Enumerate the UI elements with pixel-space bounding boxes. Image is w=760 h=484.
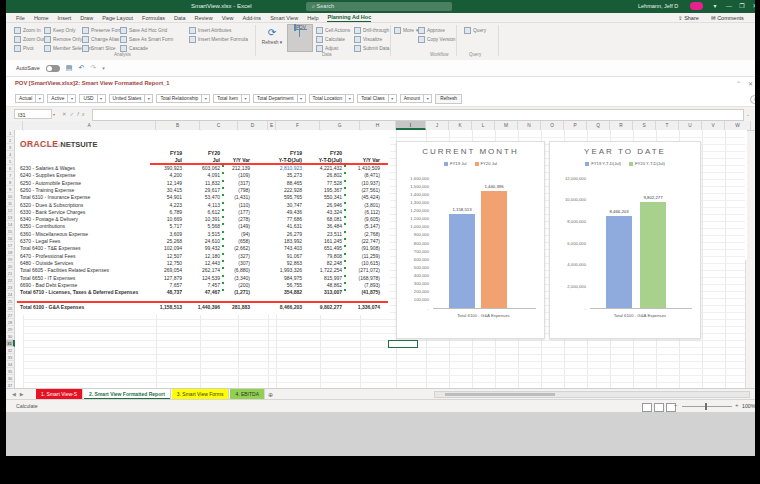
ribbon-tab-review[interactable]: Review: [195, 15, 213, 21]
row-header-24[interactable]: 24: [6, 291, 15, 298]
row-header-34[interactable]: 34: [6, 361, 15, 368]
pov-dimension-value[interactable]: Total Relationship: [156, 94, 202, 103]
name-box-arrow-icon[interactable]: ▾: [53, 112, 55, 117]
selected-cell[interactable]: [388, 340, 418, 348]
pov-dimension-usd[interactable]: USD▾: [79, 94, 105, 103]
row-header-32[interactable]: 32: [6, 347, 15, 354]
pov-dimension-amount[interactable]: Amount▾: [400, 94, 433, 103]
column-header-d[interactable]: D: [238, 121, 268, 130]
restore-icon[interactable]: ❐: [737, 2, 747, 11]
normal-view-icon[interactable]: [642, 403, 652, 412]
ribbon-tab-draw[interactable]: Draw: [80, 15, 93, 21]
column-header-e[interactable]: E: [268, 121, 276, 130]
ribbon-button-query[interactable]: Query: [464, 26, 486, 34]
save-icon[interactable]: ▤: [66, 64, 73, 72]
pov-button[interactable]: POV: [287, 24, 313, 52]
chart-current-month[interactable]: CURRENT MONTHFY19 JulFY20 Jul1,600,0001,…: [396, 141, 545, 339]
vertical-scrollbar[interactable]: ▲ ▼: [745, 260, 747, 388]
pov-dimension-value[interactable]: Total Department: [253, 94, 298, 103]
ribbon-button-visualize[interactable]: Visualize: [354, 35, 382, 43]
column-header-t[interactable]: T: [656, 121, 679, 130]
worksheet-grid[interactable]: 1234567891011121314151617181920212223242…: [6, 130, 747, 388]
share-button[interactable]: ⇪ Share: [678, 15, 699, 21]
page-layout-view-icon[interactable]: [654, 403, 664, 412]
horizontal-scroll-thumb[interactable]: [445, 393, 555, 396]
pov-dimension-value[interactable]: Active: [47, 94, 68, 103]
row-header-15[interactable]: 15: [6, 228, 15, 235]
column-header-w[interactable]: W: [725, 121, 751, 130]
column-header-g[interactable]: G: [320, 121, 360, 130]
redo-icon[interactable]: ↷: [90, 64, 96, 72]
row-header-28[interactable]: 28: [6, 319, 15, 326]
scroll-up-icon[interactable]: ▲: [746, 261, 747, 266]
ribbon-button-adjust[interactable]: Adjust: [316, 44, 338, 52]
pov-dimension-value[interactable]: United States: [109, 94, 146, 103]
column-header-q[interactable]: Q: [587, 121, 610, 130]
dropdown-arrow-icon[interactable]: ▾: [242, 94, 250, 103]
row-header-12[interactable]: 12: [6, 207, 15, 214]
pov-dimension-value[interactable]: Total Item: [213, 94, 242, 103]
column-header-f[interactable]: F: [276, 121, 320, 130]
column-header-l[interactable]: L: [472, 121, 495, 130]
name-box[interactable]: I31: [14, 109, 52, 119]
ribbon-button-remove-only[interactable]: Remove Only: [44, 35, 82, 43]
row-header-11[interactable]: 11: [6, 200, 15, 207]
more-button[interactable]: More ▾: [394, 26, 418, 34]
pov-dimension-value[interactable]: Actual: [15, 94, 36, 103]
column-header-v[interactable]: V: [702, 121, 725, 130]
row-header-25[interactable]: 25: [6, 298, 15, 305]
ribbon-tab-home[interactable]: Home: [34, 15, 49, 21]
column-header-m[interactable]: M: [495, 121, 518, 130]
row-header-7[interactable]: 7: [6, 172, 15, 179]
pov-dimension-united-states[interactable]: United States▾: [109, 94, 154, 103]
ribbon-tab-data[interactable]: Data: [174, 15, 186, 21]
dropdown-arrow-icon[interactable]: ▾: [98, 94, 106, 103]
minimize-icon[interactable]: —: [724, 2, 734, 11]
ribbon-button-zoom-in[interactable]: Zoom In: [14, 26, 41, 34]
autosave-toggle[interactable]: [46, 65, 60, 72]
row-header-10[interactable]: 10: [6, 193, 15, 200]
row-header-27[interactable]: 27: [6, 312, 15, 319]
ribbon-tab-planning-ad-hoc[interactable]: Planning Ad Hoc: [327, 14, 371, 22]
pov-dimension-total-relationship[interactable]: Total Relationship▾: [156, 94, 210, 103]
select-all-corner[interactable]: [14, 121, 23, 130]
refresh-button[interactable]: ⟳ Refresh ▾: [259, 24, 285, 52]
column-header-u[interactable]: U: [679, 121, 702, 130]
user-name[interactable]: Lehmann, Jeff D: [638, 3, 678, 9]
dropdown-arrow-icon[interactable]: ▾: [145, 94, 153, 103]
column-header-k[interactable]: K: [449, 121, 472, 130]
column-header-s[interactable]: S: [633, 121, 656, 130]
dropdown-arrow-icon[interactable]: ▾: [424, 94, 432, 103]
formula-input[interactable]: [92, 109, 744, 121]
chart-year-to-date[interactable]: YEAR TO DATEFY19 Y-T-D(Jul)FY20 Y-T-D(Ju…: [549, 141, 701, 339]
column-header-r[interactable]: R: [610, 121, 633, 130]
ribbon-tab-file[interactable]: File: [16, 15, 25, 21]
row-header-9[interactable]: 9: [6, 186, 15, 193]
fx-icon[interactable]: fx: [77, 111, 87, 117]
ribbon-display-options-icon[interactable]: ▾: [710, 2, 720, 11]
column-header-c[interactable]: C: [200, 121, 238, 130]
zoom-out-icon[interactable]: −: [674, 402, 678, 408]
customize-qat-icon[interactable]: ▾: [102, 65, 105, 71]
row-header-4[interactable]: 4: [6, 151, 15, 158]
row-header-13[interactable]: 13: [6, 214, 15, 221]
row-header-3[interactable]: 3: [6, 144, 15, 151]
ribbon-button-cascade[interactable]: Cascade: [120, 44, 148, 52]
pov-dimension-value[interactable]: Total Location: [309, 94, 347, 103]
row-header-6[interactable]: 6: [6, 165, 15, 172]
comments-button[interactable]: ✉ Comments: [711, 15, 744, 21]
dropdown-arrow-icon[interactable]: ▾: [389, 94, 397, 103]
ribbon-button-pivot[interactable]: Pivot: [14, 44, 34, 52]
row-header-30[interactable]: 30: [6, 333, 15, 340]
row-header-31[interactable]: 31: [6, 340, 15, 347]
row-header-17[interactable]: 17: [6, 242, 15, 249]
ribbon-button-save-ad-hoc-grid[interactable]: Save Ad Hoc Grid: [120, 26, 167, 34]
ribbon-tab-smart-view[interactable]: Smart View: [270, 15, 298, 21]
ribbon-button-keep-only[interactable]: Keep Only: [44, 26, 75, 34]
ribbon-button-insert-member-formula[interactable]: Insert Member Formula: [189, 35, 248, 43]
dropdown-arrow-icon[interactable]: ▾: [68, 94, 76, 103]
undo-icon[interactable]: ↶: [78, 64, 84, 72]
ribbon-tab-add-ins[interactable]: Add-ins: [242, 15, 261, 21]
ribbon-button-save-as-smart-form[interactable]: Save As Smart Form: [120, 35, 173, 43]
ribbon-button-copy-version[interactable]: Copy Version: [418, 35, 456, 43]
